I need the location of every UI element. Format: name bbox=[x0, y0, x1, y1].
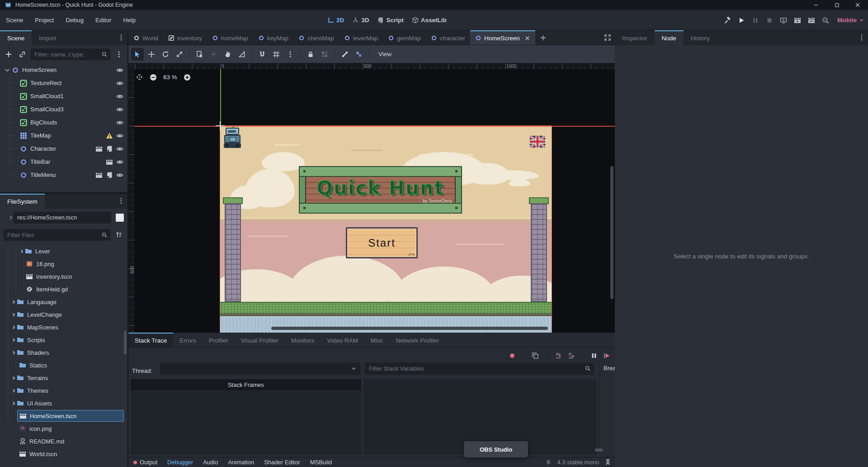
scene-tab-homemap[interactable]: homeMap bbox=[207, 30, 253, 45]
file-tree-item[interactable]: inventory.tscn bbox=[0, 270, 127, 283]
sort-files-button[interactable] bbox=[114, 230, 124, 240]
tab-scene[interactable]: Scene bbox=[0, 30, 32, 45]
file-tree-item[interactable]: LevelChange bbox=[0, 308, 127, 321]
scene-tree-item[interactable]: TextureRect bbox=[0, 76, 127, 90]
play-scene-button[interactable] bbox=[793, 15, 802, 25]
chevron-right-icon[interactable] bbox=[19, 248, 25, 254]
tab-node[interactable]: Node bbox=[655, 30, 684, 45]
minimize-button[interactable] bbox=[806, 0, 826, 10]
stack-frames-list[interactable]: Stack Frames bbox=[131, 379, 361, 455]
menu-debug[interactable]: Debug bbox=[60, 17, 90, 24]
scene-tab-levermap[interactable]: leverMap bbox=[339, 30, 383, 45]
chevron-right-icon[interactable] bbox=[11, 350, 17, 356]
skeleton-options-button[interactable] bbox=[353, 48, 365, 61]
file-tree-item[interactable]: Scripts bbox=[0, 334, 127, 346]
visibility-eye-icon[interactable] bbox=[116, 172, 123, 179]
visibility-eye-icon[interactable] bbox=[116, 132, 123, 139]
visibility-eye-icon[interactable] bbox=[116, 93, 123, 100]
scene-tree-item[interactable]: HomeScreen bbox=[0, 63, 127, 76]
break-record-icon[interactable] bbox=[509, 352, 516, 359]
pan-tool-button[interactable] bbox=[222, 48, 234, 61]
file-tree-item-selected[interactable]: HomeScreen.tscn bbox=[0, 410, 127, 422]
scene-tree-item[interactable]: TitleBar bbox=[0, 155, 127, 168]
scene-tree-item[interactable]: Character bbox=[0, 142, 127, 155]
visibility-eye-icon[interactable] bbox=[116, 158, 123, 166]
distraction-free-icon[interactable] bbox=[604, 34, 611, 41]
instance-scene-button[interactable] bbox=[17, 49, 27, 59]
rotate-tool-button[interactable] bbox=[159, 48, 172, 61]
scene-tree-options-button[interactable] bbox=[114, 49, 124, 59]
zoom-in-icon[interactable] bbox=[184, 74, 191, 81]
tab-errors[interactable]: Errors bbox=[173, 333, 203, 347]
expand-bottom-panel-icon[interactable] bbox=[604, 459, 611, 466]
pause-button[interactable] bbox=[750, 15, 760, 25]
file-tree-item[interactable]: ItemHeld.gd bbox=[0, 283, 127, 295]
scene-tab-keymap[interactable]: keyMap bbox=[253, 30, 293, 45]
file-tree-item[interactable]: World.tscn bbox=[0, 448, 127, 460]
bottom-tab-debugger[interactable]: Debugger bbox=[162, 459, 198, 466]
step-into-icon[interactable] bbox=[555, 352, 562, 359]
viewport-horizontal-scrollbar[interactable] bbox=[271, 327, 548, 330]
right-dock-menu-icon[interactable] bbox=[858, 34, 865, 41]
bottom-tab-audio[interactable]: Audio bbox=[198, 459, 223, 466]
tab-monitors[interactable]: Monitors bbox=[285, 333, 321, 347]
file-tree-item[interactable]: MapScenes bbox=[0, 321, 127, 334]
file-tree-item[interactable]: icon.png bbox=[0, 422, 127, 435]
list-select-tool-button[interactable] bbox=[193, 48, 206, 61]
mode-2d-button[interactable]: 2D bbox=[327, 17, 344, 24]
file-tree-item[interactable]: README.md bbox=[0, 435, 127, 448]
scene-tab-gemmap[interactable]: gemMap bbox=[383, 30, 426, 45]
breakpoints-scrollbar[interactable] bbox=[595, 448, 603, 452]
scene-tree-item[interactable]: SmallCloud1 bbox=[0, 90, 127, 103]
run-target-dropdown[interactable]: Mobile bbox=[837, 17, 864, 24]
scene-tab-inventory[interactable]: inventory bbox=[163, 30, 207, 45]
scene-tree-item[interactable]: TitleMenu bbox=[0, 168, 127, 181]
chevron-right-icon[interactable] bbox=[11, 400, 17, 406]
scene-tree-item[interactable]: TileMap bbox=[0, 129, 127, 142]
bottom-tab-animation[interactable]: Animation bbox=[223, 459, 259, 466]
bottom-tab-output[interactable]: Output bbox=[128, 459, 162, 466]
history-back-button[interactable] bbox=[4, 214, 12, 221]
smart-snap-button[interactable] bbox=[256, 48, 269, 61]
scene-tab-homescreen[interactable]: HomeScreen bbox=[470, 30, 535, 45]
menu-help[interactable]: Help bbox=[117, 17, 142, 24]
visibility-eye-icon[interactable] bbox=[116, 119, 123, 126]
animation-player-icon[interactable] bbox=[95, 172, 103, 179]
file-tree-item[interactable]: UI Assets bbox=[0, 397, 127, 410]
snap-options-button[interactable] bbox=[284, 48, 297, 61]
zoom-level[interactable]: 63 % bbox=[163, 74, 177, 81]
tab-stack-trace[interactable]: Stack Trace bbox=[128, 333, 173, 347]
visibility-eye-icon[interactable] bbox=[116, 67, 123, 74]
scene-tree-item[interactable]: SmallCloud3 bbox=[0, 103, 127, 116]
add-node-button[interactable] bbox=[4, 49, 14, 59]
maximize-button[interactable] bbox=[826, 0, 847, 10]
animation-player-icon[interactable] bbox=[106, 158, 113, 166]
file-tree-item[interactable]: Statics bbox=[0, 359, 127, 372]
menu-editor[interactable]: Editor bbox=[90, 17, 117, 24]
skeleton-button[interactable] bbox=[339, 48, 351, 61]
close-tab-icon[interactable] bbox=[524, 35, 530, 41]
version-label[interactable]: 4.3.stable.mono bbox=[557, 459, 599, 466]
tab-misc[interactable]: Misc bbox=[364, 333, 390, 347]
grid-snap-button[interactable] bbox=[270, 48, 283, 61]
tab-inspector[interactable]: Inspector bbox=[615, 30, 655, 45]
file-tree-item[interactable]: Shaders bbox=[0, 346, 127, 359]
thread-dropdown[interactable] bbox=[160, 362, 360, 375]
scene-tree-item[interactable]: BigClouds bbox=[0, 116, 127, 129]
file-tree-item[interactable]: Terrains bbox=[0, 372, 127, 384]
step-over-icon[interactable] bbox=[567, 352, 575, 359]
ruler-tool-button[interactable] bbox=[236, 48, 248, 61]
tab-network-profiler[interactable]: Network Profiler bbox=[389, 333, 445, 347]
tab-filesystem[interactable]: FileSystem bbox=[0, 194, 45, 209]
attached-script-icon[interactable] bbox=[106, 145, 113, 152]
notification-bell-icon[interactable] bbox=[545, 459, 552, 466]
visibility-eye-icon[interactable] bbox=[116, 145, 123, 152]
mode-assetlib-button[interactable]: AssetLib bbox=[412, 17, 447, 24]
chevron-right-icon[interactable] bbox=[11, 388, 17, 394]
zoom-out-icon[interactable] bbox=[150, 74, 157, 81]
chevron-right-icon[interactable] bbox=[11, 337, 17, 343]
current-path-field[interactable]: res://HomeScreen.tscn bbox=[14, 212, 111, 224]
filesystem-scrollbar[interactable] bbox=[124, 331, 127, 354]
mode-script-button[interactable]: Script bbox=[377, 17, 404, 24]
debug-continue-icon[interactable] bbox=[603, 352, 610, 359]
